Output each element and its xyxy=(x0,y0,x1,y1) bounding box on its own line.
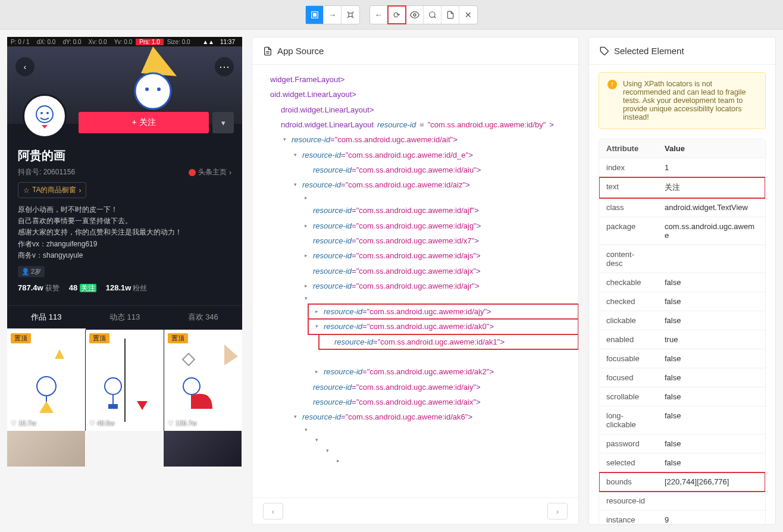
attribute-row[interactable]: checkablefalse xyxy=(599,273,765,292)
attribute-row[interactable]: selectedfalse xyxy=(599,453,765,472)
attribute-row[interactable]: instance9 xyxy=(599,511,765,524)
stats-row: 787.4w获赞 48 关注 128.1w粉丝 xyxy=(18,283,231,293)
attribute-row[interactable]: resource-id xyxy=(599,492,765,511)
source-tree-node[interactable]: ▾ xyxy=(319,446,578,456)
source-tree-node[interactable]: ▸ resource-id="com.ss.android.ugc.aweme:… xyxy=(308,304,578,319)
attribute-row[interactable]: passwordfalse xyxy=(599,434,765,453)
source-tree-node[interactable]: ▸ xyxy=(330,456,578,467)
svg-point-12 xyxy=(46,112,49,114)
attribute-row[interactable]: clickablefalse xyxy=(599,311,765,330)
avatar[interactable] xyxy=(23,94,67,138)
shop-window[interactable]: ☆ TA的商品橱窗 › xyxy=(18,182,86,198)
attribute-row[interactable]: enabledtrue xyxy=(599,330,765,349)
source-tree-node[interactable]: ▾ xyxy=(297,293,578,304)
source-tree-node[interactable]: resource-id="com.ss.android.ugc.aweme:id… xyxy=(297,162,578,177)
svg-point-22 xyxy=(105,378,121,395)
source-tree-node[interactable]: ▾ resource-id="com.ss.android.ugc.aweme:… xyxy=(308,319,578,334)
svg-marker-17 xyxy=(55,349,64,359)
source-tree-node[interactable]: ▾ xyxy=(297,425,578,436)
video-cell[interactable]: 置顶 ♡ 10.7w xyxy=(7,330,86,431)
screenshot-pane: P: 0 / 1 dX: 0.0 dY: 0.0 Xv: 0.0 Yv: 0.0… xyxy=(7,37,242,525)
source-tree-node[interactable]: ▾ resource-id="com.ss.android.ugc.aweme:… xyxy=(287,409,578,424)
tab-works[interactable]: 作品 113 xyxy=(7,306,86,330)
swipe-mode-button[interactable]: → xyxy=(324,6,342,24)
toolbar-group-2: ← ⟳ ✕ xyxy=(369,5,478,24)
source-tree-node[interactable]: widget.FrameLayout> xyxy=(255,72,578,87)
stat-likes[interactable]: 787.4w获赞 xyxy=(18,283,59,293)
attribute-row[interactable]: packagecom.ss.android.ugc.aweme xyxy=(599,217,765,245)
attribute-row[interactable]: classandroid.widget.TextView xyxy=(599,198,765,217)
source-tree-node[interactable]: resource-id="com.ss.android.ugc.aweme:id… xyxy=(297,203,578,218)
attribute-row[interactable]: focusedfalse xyxy=(599,368,765,387)
menu-icon[interactable]: ⋯ xyxy=(215,57,234,76)
video-cell[interactable] xyxy=(86,431,164,467)
svg-line-4 xyxy=(352,11,353,12)
attribute-row[interactable]: checkedfalse xyxy=(599,292,765,311)
video-cell[interactable]: 置顶 ♡ 136.7w xyxy=(164,330,242,431)
source-tree-node[interactable]: ▾ xyxy=(308,435,578,446)
attribute-row[interactable]: content-desc xyxy=(599,245,765,273)
source-tree-node[interactable]: oid.widget.LinearLayout> xyxy=(255,87,578,102)
source-tree-node[interactable]: resource-id="com.ss.android.ugc.aweme:id… xyxy=(297,395,578,409)
source-next-button[interactable]: › xyxy=(547,503,568,520)
search-button[interactable] xyxy=(424,6,441,24)
video-cell[interactable]: 置顶 ♡ 48.5w xyxy=(86,330,164,431)
attribute-row[interactable]: scrollablefalse xyxy=(599,387,765,406)
svg-point-7 xyxy=(414,14,416,16)
stat-following[interactable]: 48 关注 xyxy=(69,283,96,293)
follow-button[interactable]: + 关注 xyxy=(79,112,209,133)
source-tree-node[interactable]: ▾ resource-id="com.ss.android.ugc.aweme:… xyxy=(287,177,578,192)
back-icon[interactable]: ‹ xyxy=(15,57,35,76)
username: 阿贵的画 xyxy=(18,148,231,164)
coord-xv: Xv: 0.0 xyxy=(85,39,111,45)
attribute-row[interactable]: focusablefalse xyxy=(599,349,765,368)
source-tree-node[interactable]: ▸ resource-id="com.ss.android.ugc.aweme:… xyxy=(297,218,578,233)
coord-p: P: 0 / 1 xyxy=(7,39,33,45)
svg-line-6 xyxy=(352,16,353,17)
source-tree-node[interactable]: ▸ resource-id="com.ss.android.ugc.aweme:… xyxy=(297,248,578,263)
source-tree-node[interactable]: ▾ resource-id="com.ss.android.ugc.aweme:… xyxy=(276,132,578,147)
copy-button[interactable] xyxy=(441,6,459,24)
coord-dy: dY: 0.0 xyxy=(59,39,84,45)
stat-fans[interactable]: 128.1w粉丝 xyxy=(106,283,148,293)
attribute-row[interactable]: long-clickablefalse xyxy=(599,406,765,434)
source-nav: ‹ › xyxy=(252,497,578,524)
phone-screenshot[interactable]: ‹ ⋯ + 关注 ▾ 阿贵的画 抖音号: 20601156 头条主页 › xyxy=(7,46,242,467)
source-tree-node[interactable]: ▾ resource-id="com.ss.android.ugc.aweme:… xyxy=(287,148,578,162)
attribute-row[interactable]: index1 xyxy=(599,158,765,177)
back-button[interactable]: ← xyxy=(370,6,388,24)
follow-more-button[interactable]: ▾ xyxy=(212,112,234,133)
tab-likes[interactable]: 喜欢 346 xyxy=(164,306,242,330)
source-tree-node[interactable]: ndroid.widget.LinearLayout resource-id="… xyxy=(265,117,578,132)
attribute-row[interactable]: bounds[220,744][266,776] xyxy=(599,472,765,492)
tap-mode-button[interactable] xyxy=(342,6,359,24)
source-tree-node[interactable]: ▸ xyxy=(297,193,578,204)
source-tree-node[interactable]: resource-id="com.ss.android.ugc.aweme:id… xyxy=(297,264,578,278)
status-time: ▲▲ 11:37 xyxy=(199,39,242,45)
source-tree-node[interactable]: resource-id="com.ss.android.ugc.aweme:id… xyxy=(297,233,578,248)
video-cell[interactable] xyxy=(7,431,86,467)
selected-pane: Selected Element ! Using XPath locators … xyxy=(588,37,776,525)
toutiao-link[interactable]: 头条主页 › xyxy=(189,167,231,177)
source-tree[interactable]: widget.FrameLayout>oid.widget.LinearLayo… xyxy=(252,65,578,497)
source-prev-button[interactable]: ‹ xyxy=(263,503,283,520)
source-tree-node[interactable]: ▸ resource-id="com.ss.android.ugc.aweme:… xyxy=(308,364,578,379)
close-button[interactable]: ✕ xyxy=(459,6,477,24)
source-tree-node[interactable]: resource-id="com.ss.android.ugc.aweme:id… xyxy=(319,334,578,349)
source-tree-node[interactable]: droid.widget.LinearLayout> xyxy=(265,102,578,117)
source-tree-node[interactable]: ▸ resource-id="com.ss.android.ugc.aweme:… xyxy=(297,278,578,293)
like-count: ♡ 136.7w xyxy=(168,420,196,427)
svg-point-14 xyxy=(135,73,171,109)
tab-moments[interactable]: 动态 113 xyxy=(86,306,164,330)
follow-row: + 关注 ▾ xyxy=(79,112,234,133)
age-badge: 👤 2岁 xyxy=(18,266,45,277)
video-cell[interactable] xyxy=(164,431,242,467)
source-tree-node[interactable]: resource-id="com.ss.android.ugc.aweme:id… xyxy=(297,380,578,395)
eye-button[interactable] xyxy=(406,6,424,24)
attribute-row[interactable]: text关注 xyxy=(599,177,765,198)
select-mode-button[interactable] xyxy=(306,6,324,24)
profile-header: ‹ ⋯ + 关注 ▾ xyxy=(7,46,242,124)
svg-line-5 xyxy=(347,16,349,17)
refresh-button[interactable]: ⟳ xyxy=(388,6,406,24)
svg-rect-24 xyxy=(108,404,118,409)
